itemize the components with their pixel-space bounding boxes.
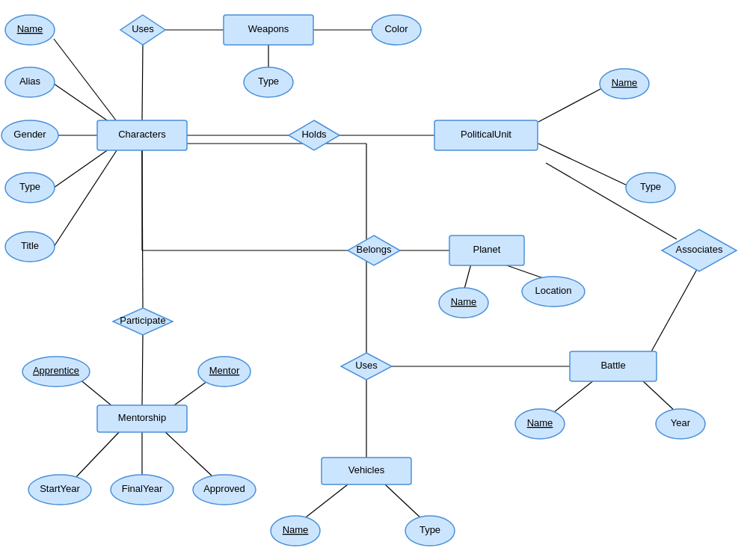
svg-line-11 [538,88,602,122]
attr-type-weapon-label: Type [258,76,279,87]
attr-apprentice-label: Apprentice [33,365,79,376]
entity-battle-label: Battle [600,360,625,371]
attr-name-pu-label: Name [612,77,638,88]
attr-color-label: Color [384,23,408,34]
rel-uses-bottom-label: Uses [355,360,378,371]
svg-line-4 [54,39,121,127]
svg-line-0 [142,43,143,120]
rel-associates-label: Associates [676,244,723,255]
svg-line-12 [538,144,632,188]
attr-finalyear-label: FinalYear [122,483,163,494]
svg-line-33 [303,484,348,520]
attr-location-planet-label: Location [535,285,571,296]
attr-name-planet-label: Name [451,296,477,307]
er-diagram: Characters Weapons PoliticalUnit Planet … [0,0,756,554]
svg-line-32 [642,380,677,413]
attr-name-vehicle-label: Name [283,524,309,535]
svg-line-20 [142,150,143,308]
entity-characters-label: Characters [118,129,166,140]
rel-participate-label: Participate [120,315,165,326]
attr-year-battle-label: Year [671,417,691,428]
attr-approved-label: Approved [203,483,245,494]
attr-type-vehicle-label: Type [420,524,440,535]
svg-line-19 [651,265,699,353]
attr-mentor-label: Mentor [209,365,240,376]
attr-name-battle-label: Name [527,417,553,428]
svg-line-24 [75,430,121,478]
attr-type-char-label: Type [19,181,40,192]
rel-uses-top-label: Uses [132,23,154,34]
entity-politicalunit-label: PoliticalUnit [461,129,511,140]
attr-startyear-label: StartYear [40,483,80,494]
entity-vehicles-label: Vehicles [348,464,385,475]
entity-weapons-label: Weapons [248,23,289,34]
svg-line-21 [142,335,143,405]
entity-planet-label: Planet [473,244,501,255]
svg-line-34 [385,484,422,520]
svg-line-31 [553,380,594,413]
attr-title-label: Title [21,240,39,251]
rel-holds-label: Holds [301,129,327,140]
attr-type-pu-label: Type [640,181,661,192]
svg-line-8 [54,144,121,247]
entity-mentorship-label: Mentorship [118,412,166,423]
attr-gender-label: Gender [13,129,46,140]
attr-alias-label: Alias [19,76,41,87]
rel-belongs-label: Belongs [357,244,392,255]
attr-name-char-label: Name [17,23,43,34]
svg-line-26 [163,430,213,477]
